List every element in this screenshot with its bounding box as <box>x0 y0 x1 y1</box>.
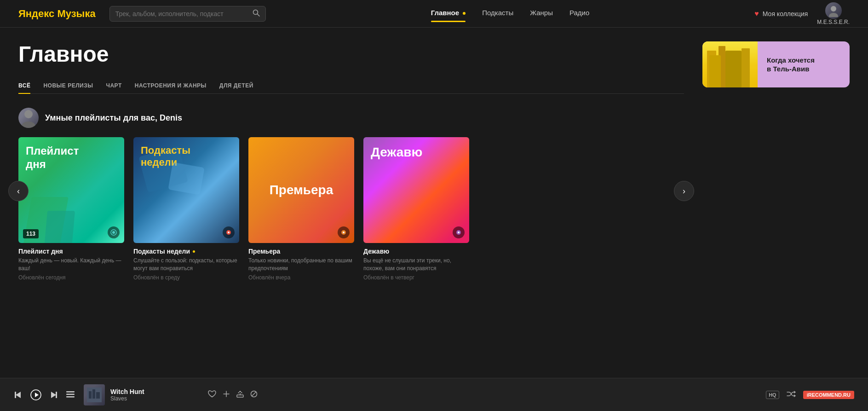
svg-rect-30 <box>92 389 95 399</box>
podcasts-week-art: Подкастынедели <box>133 137 239 243</box>
svg-point-9 <box>228 232 230 233</box>
nav-item-glavnoe[interactable]: Главное <box>431 9 466 18</box>
card-image-dejavu: Дежавю <box>363 137 469 243</box>
playlist-card-podcasts-week[interactable]: Подкастынедели Подкасты недели <box>133 137 239 281</box>
card-track-count-badge: 113 <box>23 229 39 238</box>
card-desc-dejavu: Вы ещё не слушали эти треки, но, похоже,… <box>363 257 469 272</box>
heart-icon: ♥ <box>754 10 759 18</box>
player-add-button[interactable] <box>223 390 230 399</box>
podcasts-week-icon <box>225 229 232 236</box>
logo[interactable]: Яндекс Музыка <box>18 8 96 20</box>
player-like-button[interactable] <box>208 390 216 399</box>
tel-aviv-art-svg <box>702 41 758 87</box>
svg-point-11 <box>343 232 345 233</box>
player-track: Witch Hunt Slaves <box>84 384 194 405</box>
player-info: Witch Hunt Slaves <box>110 388 144 402</box>
page-title: Главное <box>18 41 684 67</box>
player-block-button[interactable] <box>250 390 258 399</box>
dejavu-icon <box>455 229 462 236</box>
card-icon-badge-podcasts <box>223 226 235 238</box>
player-queue-button[interactable] <box>66 391 75 399</box>
header-right: ♥ Моя коллекция M.E.S.S.E.R. <box>754 2 850 25</box>
search-icon <box>253 9 260 17</box>
card-updated-premiere: Обновлён вчера <box>248 274 354 281</box>
player-actions <box>208 390 258 399</box>
tab-new-releases[interactable]: НОВЫЕ РЕЛИЗЫ <box>43 78 93 93</box>
player-play-button[interactable] <box>30 389 41 400</box>
card-title-podcasts-week: Подкасты недели <box>133 248 239 255</box>
main-content: Главное ВСЁ НОВЫЕ РЕЛИЗЫ ЧАРТ НАСТРОЕНИЯ… <box>0 28 868 295</box>
tab-kids[interactable]: ДЛЯ ДЕТЕЙ <box>219 78 253 93</box>
svg-point-13 <box>458 232 460 233</box>
tab-all[interactable]: ВСЁ <box>18 78 30 93</box>
like-icon <box>208 390 216 398</box>
track-art-icon <box>87 388 102 402</box>
player-controls <box>14 389 75 400</box>
card-overlay-label-podcasts: Подкастынедели <box>141 145 190 169</box>
search-button[interactable] <box>253 9 260 18</box>
card-icon-badge-dejavu <box>453 226 465 238</box>
svg-marker-37 <box>794 391 796 394</box>
svg-point-3 <box>829 13 838 17</box>
svg-point-5 <box>22 122 35 128</box>
section-header: Умные плейлисты для вас, Denis <box>18 108 684 128</box>
add-icon <box>223 390 230 398</box>
player-right: HQ iRECOMMEND.RU <box>766 390 854 399</box>
sidebar-card-title: Когда хочетсяв Тель-Авив <box>767 56 840 74</box>
card-overlay-label-dejavu: Дежавю <box>371 145 422 160</box>
svg-marker-23 <box>51 392 56 398</box>
card-desc-playlist-day: Каждый день — новый. Каждый день — ваш! <box>18 257 124 272</box>
nav-item-zhanry[interactable]: Жанры <box>530 9 553 18</box>
playlist-card-premiere[interactable]: Премьера Премьера Только новинки, подобр… <box>248 137 354 281</box>
logo-accent: Музыка <box>57 8 95 19</box>
player-shuffle-button[interactable] <box>787 390 796 399</box>
sidebar-featured-card[interactable]: Когда хочетсяв Тель-Авив <box>702 41 850 87</box>
card-updated-podcasts-week: Обновлён в среду <box>133 274 239 281</box>
premiere-icon <box>340 229 347 236</box>
nav-dot-glavnoe <box>463 12 466 15</box>
card-image-podcasts-week: Подкастынедели <box>133 137 239 243</box>
player-share-button[interactable] <box>236 390 244 399</box>
section-avatar-image <box>18 108 39 128</box>
playlist-carousel: ‹ Плейлистдня 113 <box>18 137 684 281</box>
user-profile[interactable]: M.E.S.S.E.R. <box>817 2 850 25</box>
playlist-card-dejavu[interactable]: Дежавю Дежавю Вы ещё не слушали эти трек… <box>363 137 469 281</box>
tabs: ВСЁ НОВЫЕ РЕЛИЗЫ ЧАРТ НАСТРОЕНИЯ И ЖАНРЫ… <box>18 78 684 94</box>
nav-item-podkasty[interactable]: Подкасты <box>482 9 513 18</box>
podcasts-week-dot <box>193 250 195 253</box>
player-prev-button[interactable] <box>14 391 22 399</box>
card-updated-dejavu: Обновлён в четверг <box>363 274 469 281</box>
queue-icon <box>66 391 75 399</box>
svg-rect-16 <box>728 55 739 87</box>
avatar <box>825 2 842 19</box>
carousel-next-button[interactable]: › <box>674 181 694 201</box>
block-icon <box>250 390 258 398</box>
header: Яндекс Музыка Главное Подкасты Жанры Рад… <box>0 0 868 28</box>
svg-rect-25 <box>66 391 75 393</box>
prev-icon <box>14 391 22 399</box>
nav-item-radio[interactable]: Радио <box>569 9 589 18</box>
carousel-prev-button[interactable]: ‹ <box>8 181 29 201</box>
search-input[interactable] <box>115 10 250 17</box>
logo-brand: Яндекс <box>18 8 54 19</box>
svg-marker-22 <box>35 393 39 397</box>
playlist-card-playlist-day[interactable]: Плейлистдня 113 Плейлист дня К <box>18 137 124 281</box>
svg-rect-24 <box>56 392 57 398</box>
sidebar-card-text: Когда хочетсяв Тель-Авив <box>758 48 850 81</box>
tab-moods[interactable]: НАСТРОЕНИЯ И ЖАНРЫ <box>135 78 207 93</box>
play-icon <box>30 389 41 400</box>
player-bar: Witch Hunt Slaves <box>0 378 868 411</box>
my-collection-button[interactable]: ♥ Моя коллекция <box>754 10 808 18</box>
card-title-playlist-day: Плейлист дня <box>18 248 124 255</box>
next-icon <box>50 391 58 399</box>
tab-chart[interactable]: ЧАРТ <box>106 78 121 93</box>
dejavu-art: Дежавю <box>363 137 469 243</box>
irecommend-badge: iRECOMMEND.RU <box>803 391 854 399</box>
share-icon <box>236 390 244 398</box>
svg-rect-31 <box>96 392 100 399</box>
shuffle-icon <box>787 390 796 398</box>
building-art <box>702 41 758 87</box>
content-area: Главное ВСЁ НОВЫЕ РЕЛИЗЫ ЧАРТ НАСТРОЕНИЯ… <box>18 41 684 281</box>
svg-point-2 <box>831 6 836 12</box>
player-next-button[interactable] <box>50 391 58 399</box>
